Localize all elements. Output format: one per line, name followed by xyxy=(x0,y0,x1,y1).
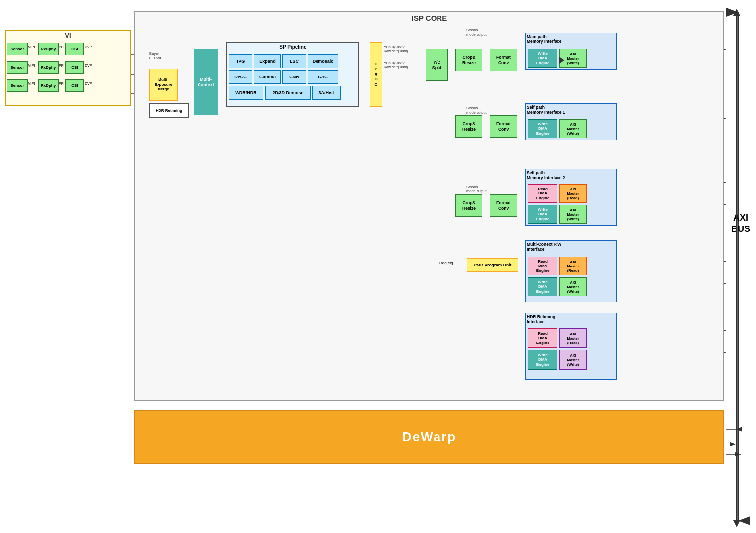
svg-marker-75 xyxy=(733,9,740,16)
dewarp-label: DeWarp xyxy=(402,429,456,445)
svg-marker-76 xyxy=(733,520,740,527)
rxdphy-1: RxDphy xyxy=(38,43,59,55)
crop-resize-2: Crop&Resize xyxy=(455,115,482,138)
hdr-retiming-interface-label: HDR RetimingInterface xyxy=(527,314,555,324)
ppi-label-3: PPI xyxy=(59,82,64,85)
self-path-mi2-read-dma: ReadDMAEngine xyxy=(528,184,557,203)
format-conv-1: FormatConv xyxy=(490,49,517,71)
rxdphy-2: RxDphy xyxy=(38,61,59,74)
right-arrow-container xyxy=(733,9,740,527)
hist-block: 3A/Hist xyxy=(312,86,341,100)
vi-label: VI xyxy=(65,32,71,39)
self-path-mi1-axi-master-write: AXIMaster(Write) xyxy=(559,119,587,138)
self-path-mi2-container: Self pathMemory Interface 2 ReadDMAEngin… xyxy=(525,169,617,226)
hdr-read-dma: ReadDMAEngine xyxy=(528,328,557,348)
stream-mode-output-2: Streammode output xyxy=(466,106,487,114)
cac-block: CAC xyxy=(308,70,338,84)
diagram-container: VI Sensor MIPI RxDphy PPI CSI DVP Sensor… xyxy=(0,0,756,533)
self-path-mi1-container: Self pathMemory Interface 1 WriteDMAEngi… xyxy=(525,103,617,140)
vi-container: VI Sensor MIPI RxDphy PPI CSI DVP Sensor… xyxy=(5,30,131,106)
hdr-retiming-interface-container: HDR RetimingInterface ReadDMAEngine AXIM… xyxy=(525,313,617,380)
mc-rw-write-dma: WriteDMAEngine xyxy=(528,277,557,296)
wdr-hdr-block: WDR/HDR xyxy=(229,86,263,100)
main-path-write-dma: WriteDMAEngine xyxy=(528,49,557,68)
dvp-label-1: DVP xyxy=(85,45,92,49)
cmd-program-unit: CMD Program Unit xyxy=(467,258,518,272)
sensor-1: Sensor xyxy=(7,43,28,55)
dvp-label-3: DVP xyxy=(85,82,92,85)
dewarp-container: DeWarp xyxy=(134,410,724,464)
hdr-write-dma: WriteDMAEngine xyxy=(528,350,557,370)
mc-rw-axi-master-read: AXIMaster(Read) xyxy=(559,257,587,275)
mc-rw-read-dma: ReadDMAEngine xyxy=(528,257,557,275)
cproc-block: CPROC xyxy=(370,42,382,107)
isp-core-container: ISP CORE Bayer8~16bit Bayer8~16bit Bayer… xyxy=(134,11,724,401)
hdr-axi-master-read: AXIMaster(Read) xyxy=(559,328,587,348)
svg-marker-71 xyxy=(559,57,564,64)
dvp-label-2: DVP xyxy=(85,64,92,67)
csi-2: CSI xyxy=(65,61,84,74)
ppi-label-2: PPI xyxy=(59,64,64,67)
hdr-retiming: HDR Retiming xyxy=(149,103,189,118)
reg-cfg-label: Reg cfg xyxy=(439,261,453,265)
format-conv-3: FormatConv xyxy=(490,194,517,217)
gamma-block: Gamma xyxy=(254,70,281,84)
isp-core-label: ISP CORE xyxy=(412,14,447,22)
isp-pipeline-label: ISP Pipeline xyxy=(278,44,306,50)
yc-split: Y/CSplit xyxy=(426,49,448,81)
self-path-mi2-axi-master-write: AXIMaster(Write) xyxy=(559,205,587,224)
bayer-label-1: Bayer8~16bit xyxy=(149,51,161,60)
dpcc-block: DPCC xyxy=(229,70,252,84)
main-path-mi-container: Main pathMemory Interface WriteDMAEngine… xyxy=(525,33,617,70)
self-path-mi1-label: Self pathMemory Interface 1 xyxy=(527,105,565,114)
crop-resize-1: Crop&Resize xyxy=(455,49,482,71)
rxdphy-3: RxDphy xyxy=(38,79,59,92)
stream-mode-output-3: Streammode output xyxy=(466,185,487,193)
tpg-block: TPG xyxy=(229,54,252,68)
csi-1: CSI xyxy=(65,43,84,55)
sensor-3: Sensor xyxy=(7,79,28,92)
ppi-label-1: PPI xyxy=(59,45,64,49)
mc-rw-axi-master-write: AXIMaster(Write) xyxy=(559,277,587,296)
cnr-block: CNR xyxy=(282,70,306,84)
multi-exposure-merge: Multi-ExposureMerge xyxy=(149,69,178,101)
right-arrow-svg xyxy=(733,9,740,527)
self-path-mi2-label: Self pathMemory Interface 2 xyxy=(527,170,565,180)
multi-context-rw-container: Multi-Conext R/WInterface CMD Program Un… xyxy=(525,240,617,302)
multi-context-rw-label: Multi-Conext R/WInterface xyxy=(527,242,561,252)
csi-3: CSI xyxy=(65,79,84,92)
mipi-label-1: MIPI xyxy=(28,45,35,49)
self-path-mi2-write-dma: WriteDMAEngine xyxy=(528,205,557,224)
stream-mode-output-1: Streammode output xyxy=(466,28,487,37)
crop-resize-3: Crop&Resize xyxy=(455,194,482,217)
expand-block: Expand xyxy=(254,54,281,68)
isp-pipeline-container: ISP Pipeline TPG Expand LSC Demosaic DPC… xyxy=(226,42,359,107)
ycbcr-label-2: YCbCr(20bit)/Raw data(16bit) xyxy=(384,61,423,70)
hdr-axi-master-write: AXIMaster(Write) xyxy=(559,350,587,370)
denoise-block: 2D/3D Denoise xyxy=(265,86,311,100)
demosaic-block: Demosaic xyxy=(308,54,338,68)
self-path-mi1-write-dma: WriteDMAEngine xyxy=(528,119,557,138)
main-path-mi-label: Main pathMemory Interface xyxy=(527,34,561,44)
mipi-label-3: MIPI xyxy=(28,82,35,85)
format-conv-2: FormatConv xyxy=(490,115,517,138)
self-path-mi2-axi-master-read: AXIMaster(Read) xyxy=(559,184,587,203)
mipi-label-2: MIPI xyxy=(28,64,35,67)
sensor-2: Sensor xyxy=(7,61,28,74)
ycbcr-label-1: YCbCr(20bit)/Raw data(16bit) xyxy=(384,45,423,54)
multi-context: Multi-Context xyxy=(194,49,218,115)
lsc-block: LSC xyxy=(282,54,306,68)
